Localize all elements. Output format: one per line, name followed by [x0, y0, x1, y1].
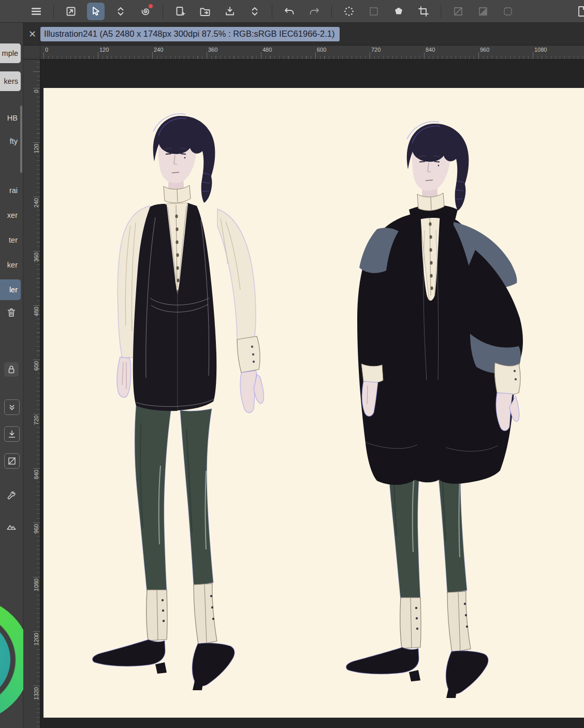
sidebar-item-label: HB: [7, 114, 18, 122]
wrench-icon: [6, 490, 17, 501]
open-folder-button[interactable]: [196, 3, 214, 20]
paste-plus-icon: [174, 5, 186, 18]
sidebar-item-label: ker: [7, 261, 18, 269]
ruler-label: 1080: [33, 578, 39, 591]
wrench-button[interactable]: [4, 488, 19, 503]
document-tab-bar: ✕ Illustration241 (A5 2480 x 1748px 300d…: [23, 23, 584, 46]
sidebar-item-ker[interactable]: ker: [0, 255, 21, 275]
figure-right: [346, 122, 523, 698]
ruler-label: 600: [317, 47, 326, 53]
ruler-label: 0: [45, 47, 48, 53]
vertical-ruler[interactable]: 0 120 240 360 480 600 720 840 960 1080 1…: [23, 60, 40, 728]
page-corner-button[interactable]: [574, 3, 584, 20]
sidebar-item-ter[interactable]: ter: [0, 230, 21, 250]
document-tab[interactable]: Illustration241 (A5 2480 x 1748px 300dpi…: [40, 27, 340, 41]
sidebar-item-ler-selected[interactable]: ler: [0, 279, 21, 300]
canvas-area: [40, 60, 584, 728]
sidebar-item-label: rai: [9, 186, 18, 195]
undo-icon: [283, 5, 296, 18]
ruler-label: 720: [371, 47, 381, 53]
sidebar-item-label: ter: [9, 236, 18, 244]
maximize-button[interactable]: [62, 3, 80, 20]
close-icon[interactable]: ✕: [28, 28, 36, 40]
ruler-label: 120: [33, 144, 39, 153]
chevron-up-down-icon: [114, 5, 127, 18]
double-chevron-down-icon: [6, 402, 18, 413]
lock-icon: [6, 364, 17, 375]
double-chevron-down-button[interactable]: [4, 399, 20, 415]
ruler-label: 720: [33, 415, 39, 425]
sidebar-item-fty[interactable]: fty: [0, 131, 21, 152]
half-tone-button[interactable]: [474, 3, 492, 20]
paste-new-button[interactable]: [171, 3, 189, 20]
ruler-label: 480: [262, 47, 272, 53]
toolbar-separator: [163, 5, 163, 18]
crop-frame-icon: [417, 5, 430, 18]
sidebar-item-rai[interactable]: rai: [0, 180, 21, 201]
ruler-label: 1080: [534, 47, 547, 53]
sidebar-scrollbar[interactable]: [20, 106, 22, 173]
crop-frame-button[interactable]: [415, 3, 432, 20]
menu-button[interactable]: [27, 3, 45, 20]
sidebar-item-label: fty: [10, 137, 18, 145]
ruler-corner: [23, 46, 40, 60]
select-none-button[interactable]: [449, 3, 467, 20]
download-icon: [6, 428, 18, 440]
ruler-label: 120: [99, 47, 109, 53]
ruler-label: 480: [33, 307, 39, 316]
ruler-label: 840: [426, 47, 435, 53]
canvas-illustration: [43, 88, 584, 718]
horizontal-ruler[interactable]: 0 120 240 360 480 600 720 840 960 1080: [40, 46, 584, 60]
sidebar-item-hb[interactable]: HB: [0, 108, 21, 128]
undo-button[interactable]: [281, 3, 298, 20]
ruler-label: 0: [33, 90, 39, 93]
ruler-label: 240: [154, 47, 163, 53]
canvas[interactable]: [43, 88, 584, 718]
fill-shape-button[interactable]: [390, 3, 407, 20]
maximize-icon: [65, 5, 77, 18]
toolbar-separator: [53, 5, 54, 18]
fill-shape-icon: [392, 5, 405, 18]
trash-button[interactable]: [4, 305, 19, 320]
open-folder-icon: [199, 5, 211, 18]
ruler-label: 960: [33, 524, 39, 533]
spiral-tool-button[interactable]: [137, 3, 154, 20]
panel-tab-label: mple: [2, 49, 18, 57]
ruler-label: 840: [33, 470, 39, 479]
chevron-up-down-icon: [249, 5, 261, 18]
marquee-dots-icon: [368, 5, 380, 18]
sidebar-item-label: xer: [7, 211, 18, 219]
panel-tab-label: kers: [4, 77, 18, 85]
top-toolbar: [0, 0, 584, 23]
toolbar-separator: [441, 5, 441, 18]
clip-studio-window: ✕ Illustration241 (A5 2480 x 1748px 300d…: [0, 0, 584, 728]
trash-icon: [6, 307, 17, 318]
sparkle-button[interactable]: [340, 3, 358, 20]
sidebar-item-xer[interactable]: xer: [0, 205, 21, 226]
dashed-box-button[interactable]: [499, 3, 517, 20]
object-tool-button[interactable]: [87, 3, 105, 20]
dashed-box-icon: [502, 5, 514, 18]
clear-button[interactable]: [4, 453, 20, 469]
half-tone-icon: [477, 5, 489, 18]
toolbar-separator: [331, 5, 332, 18]
navigator-button[interactable]: [4, 519, 19, 534]
object-tool-icon: [90, 5, 102, 18]
collapse-expand-button-2[interactable]: [246, 3, 264, 20]
redo-button[interactable]: [305, 3, 323, 20]
sparkle-dots-icon: [343, 5, 355, 18]
ruler-label: 360: [208, 47, 217, 53]
lock-button[interactable]: [4, 362, 19, 377]
export-button[interactable]: [221, 3, 239, 20]
notification-dot: [149, 4, 153, 8]
ruler-label: 600: [33, 361, 39, 370]
collapse-expand-button[interactable]: [112, 3, 129, 20]
sidebar-panel-tab[interactable]: kers: [0, 71, 21, 91]
ruler-label: 1200: [33, 633, 39, 645]
figure-left: [92, 114, 264, 690]
marquee-dots-button[interactable]: [365, 3, 383, 20]
sidebar-panel-tab[interactable]: mple: [0, 43, 21, 63]
ruler-label: 360: [33, 252, 39, 262]
menu-icon: [30, 5, 42, 18]
download-button[interactable]: [4, 426, 20, 442]
